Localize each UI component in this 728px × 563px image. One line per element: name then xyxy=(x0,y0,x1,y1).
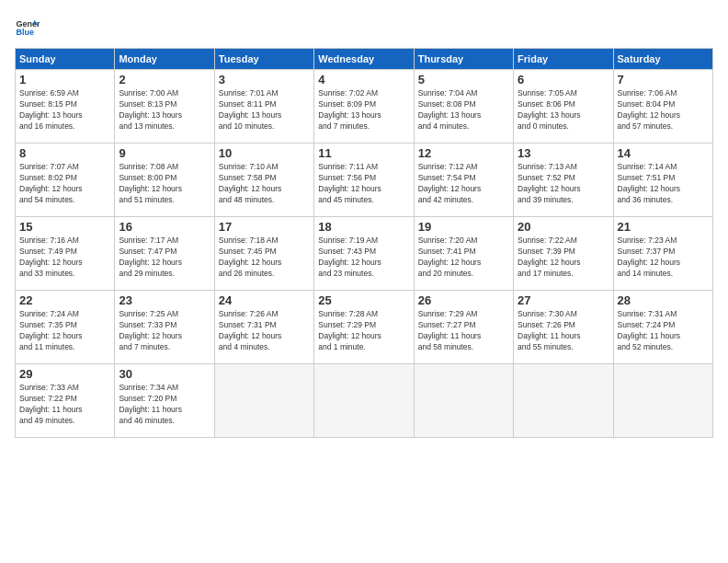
calendar-week-1: 8Sunrise: 7:07 AM Sunset: 8:02 PM Daylig… xyxy=(16,144,713,217)
svg-text:Blue: Blue xyxy=(16,28,34,37)
table-row: 28Sunrise: 7:31 AM Sunset: 7:24 PM Dayli… xyxy=(613,291,712,364)
calendar-header-row: Sunday Monday Tuesday Wednesday Thursday… xyxy=(16,49,713,70)
table-row xyxy=(214,364,313,438)
table-row xyxy=(314,364,414,438)
logo: General Blue xyxy=(15,15,40,40)
table-row: 27Sunrise: 7:30 AM Sunset: 7:26 PM Dayli… xyxy=(514,291,613,364)
calendar-table: Sunday Monday Tuesday Wednesday Thursday… xyxy=(15,48,713,438)
table-row: 10Sunrise: 7:10 AM Sunset: 7:58 PM Dayli… xyxy=(214,144,313,217)
table-row: 19Sunrise: 7:20 AM Sunset: 7:41 PM Dayli… xyxy=(414,217,513,291)
table-row: 13Sunrise: 7:13 AM Sunset: 7:52 PM Dayli… xyxy=(514,144,613,217)
col-monday: Monday xyxy=(115,49,214,70)
table-row xyxy=(414,364,513,438)
logo-icon: General Blue xyxy=(15,15,40,40)
table-row: 7Sunrise: 7:06 AM Sunset: 8:04 PM Daylig… xyxy=(613,70,712,144)
table-row: 29Sunrise: 7:33 AM Sunset: 7:22 PM Dayli… xyxy=(16,364,115,438)
table-row: 15Sunrise: 7:16 AM Sunset: 7:49 PM Dayli… xyxy=(16,217,115,291)
table-row: 14Sunrise: 7:14 AM Sunset: 7:51 PM Dayli… xyxy=(613,144,712,217)
col-wednesday: Wednesday xyxy=(314,49,414,70)
table-row: 4Sunrise: 7:02 AM Sunset: 8:09 PM Daylig… xyxy=(314,70,414,144)
header: General Blue xyxy=(15,15,713,40)
table-row: 12Sunrise: 7:12 AM Sunset: 7:54 PM Dayli… xyxy=(414,144,513,217)
calendar-week-0: 1Sunrise: 6:59 AM Sunset: 8:15 PM Daylig… xyxy=(16,70,713,144)
table-row: 30Sunrise: 7:34 AM Sunset: 7:20 PM Dayli… xyxy=(115,364,214,438)
col-thursday: Thursday xyxy=(414,49,513,70)
table-row: 18Sunrise: 7:19 AM Sunset: 7:43 PM Dayli… xyxy=(314,217,414,291)
col-sunday: Sunday xyxy=(16,49,115,70)
table-row: 11Sunrise: 7:11 AM Sunset: 7:56 PM Dayli… xyxy=(314,144,414,217)
table-row: 20Sunrise: 7:22 AM Sunset: 7:39 PM Dayli… xyxy=(514,217,613,291)
table-row: 23Sunrise: 7:25 AM Sunset: 7:33 PM Dayli… xyxy=(115,291,214,364)
table-row: 2Sunrise: 7:00 AM Sunset: 8:13 PM Daylig… xyxy=(115,70,214,144)
table-row: 21Sunrise: 7:23 AM Sunset: 7:37 PM Dayli… xyxy=(613,217,712,291)
table-row: 24Sunrise: 7:26 AM Sunset: 7:31 PM Dayli… xyxy=(214,291,313,364)
calendar-week-4: 29Sunrise: 7:33 AM Sunset: 7:22 PM Dayli… xyxy=(16,364,713,438)
table-row: 1Sunrise: 6:59 AM Sunset: 8:15 PM Daylig… xyxy=(16,70,115,144)
table-row: 3Sunrise: 7:01 AM Sunset: 8:11 PM Daylig… xyxy=(214,70,313,144)
table-row: 6Sunrise: 7:05 AM Sunset: 8:06 PM Daylig… xyxy=(514,70,613,144)
page: General Blue Sunday Monday Tuesday Wedne… xyxy=(0,0,728,563)
calendar-week-2: 15Sunrise: 7:16 AM Sunset: 7:49 PM Dayli… xyxy=(16,217,713,291)
table-row: 26Sunrise: 7:29 AM Sunset: 7:27 PM Dayli… xyxy=(414,291,513,364)
table-row xyxy=(514,364,613,438)
table-row: 22Sunrise: 7:24 AM Sunset: 7:35 PM Dayli… xyxy=(16,291,115,364)
col-tuesday: Tuesday xyxy=(214,49,313,70)
table-row: 16Sunrise: 7:17 AM Sunset: 7:47 PM Dayli… xyxy=(115,217,214,291)
table-row: 17Sunrise: 7:18 AM Sunset: 7:45 PM Dayli… xyxy=(214,217,313,291)
table-row xyxy=(613,364,712,438)
table-row: 9Sunrise: 7:08 AM Sunset: 8:00 PM Daylig… xyxy=(115,144,214,217)
col-saturday: Saturday xyxy=(613,49,712,70)
table-row: 8Sunrise: 7:07 AM Sunset: 8:02 PM Daylig… xyxy=(16,144,115,217)
table-row: 25Sunrise: 7:28 AM Sunset: 7:29 PM Dayli… xyxy=(314,291,414,364)
table-row: 5Sunrise: 7:04 AM Sunset: 8:08 PM Daylig… xyxy=(414,70,513,144)
col-friday: Friday xyxy=(514,49,613,70)
calendar-week-3: 22Sunrise: 7:24 AM Sunset: 7:35 PM Dayli… xyxy=(16,291,713,364)
